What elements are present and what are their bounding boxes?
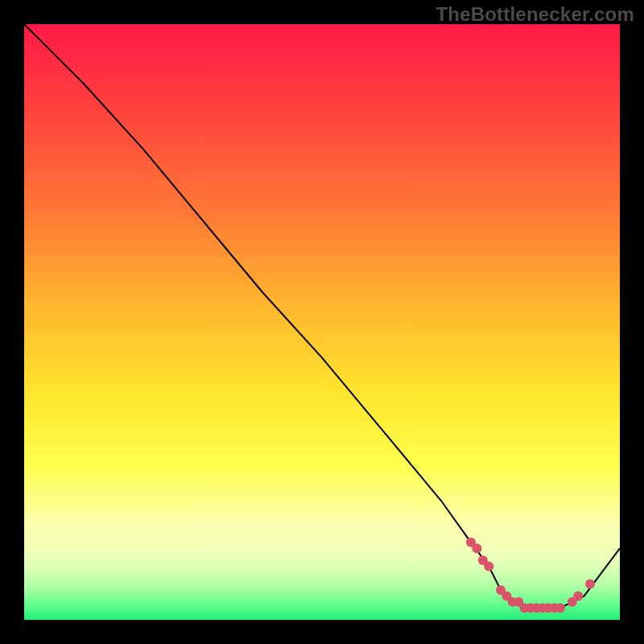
marker-point xyxy=(472,543,481,553)
curve-line xyxy=(24,24,620,608)
chart-frame: TheBottlenecker.com xyxy=(0,0,644,644)
marker-point xyxy=(585,580,595,589)
bottleneck-curve xyxy=(24,24,620,620)
marker-point xyxy=(484,561,493,571)
marker-point xyxy=(573,591,583,601)
curve-markers xyxy=(466,538,595,613)
marker-point xyxy=(555,603,565,613)
watermark-text: TheBottlenecker.com xyxy=(436,3,634,26)
plot-area xyxy=(24,24,620,620)
